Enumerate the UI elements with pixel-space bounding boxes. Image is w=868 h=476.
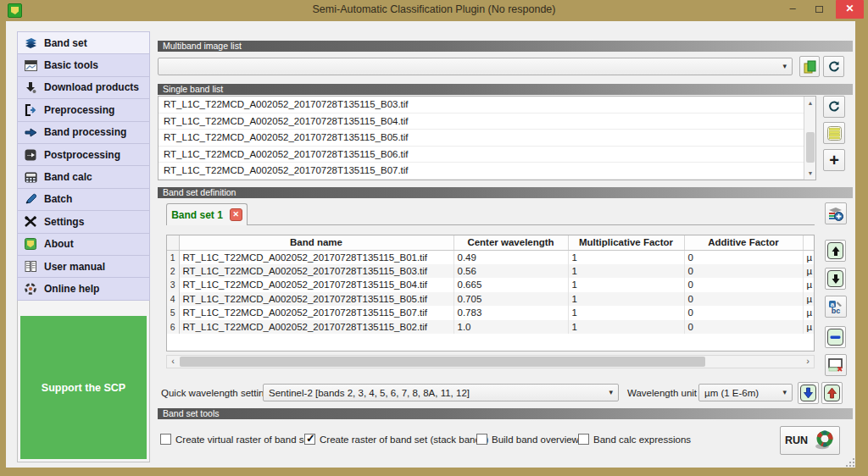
open-multiband-button[interactable] [799,56,820,77]
maximize-button[interactable] [809,0,831,19]
resize-grip[interactable] [844,458,854,467]
cell-wavelength[interactable]: 0.705 [453,292,568,307]
cell-wavelength[interactable]: 0.56 [453,264,568,279]
multiband-image-combo[interactable]: ▾ [158,58,793,75]
cell-mult[interactable]: 1 [568,292,684,307]
run-button[interactable]: RUN [780,426,840,455]
sidebar-item-band-set[interactable]: Band set [17,31,150,54]
select-all-bands-button[interactable] [823,122,845,144]
sidebar-item-preprocessing[interactable]: Preprocessing [17,98,150,121]
sidebar-item-postprocessing[interactable]: Postprocessing [17,143,150,166]
scroll-left-icon[interactable]: ‹ [167,356,179,368]
cell-wavelength[interactable]: 0.49 [453,250,568,264]
column-header-band-name[interactable]: Band name [179,235,453,250]
cell-add[interactable]: 0 [684,278,803,292]
cell-wavelength[interactable]: 0.665 [453,278,568,292]
vertical-scrollbar[interactable]: ▲ ▼ [804,97,815,180]
import-band-set-button[interactable] [798,382,819,404]
table-row[interactable]: 4 RT_L1C_T22MCD_A002052_20170728T135115_… [167,292,815,307]
column-header-additive-factor[interactable]: Additive Factor [684,235,803,250]
sidebar-item-basic-tools[interactable]: Basic tools [17,53,150,76]
titlebar[interactable]: Semi-Automatic Classification Plugin (No… [0,0,868,21]
sidebar-item-user-manual[interactable]: User manual [17,255,150,278]
cell-mult[interactable]: 1 [568,320,684,335]
column-header-center-wavelength[interactable]: Center wavelength [453,235,568,250]
table-row[interactable]: 2 RT_L1C_T22MCD_A002052_20170728T135115_… [167,264,815,279]
close-button[interactable]: ✕ [836,0,864,19]
sidebar-item-band-calc[interactable]: Band calc [17,165,150,188]
sidebar-item-online-help[interactable]: Online help [17,277,150,300]
checkbox-label[interactable]: Build band overviews [492,434,584,445]
table-row[interactable]: 1 RT_L1C_T22MCD_A002052_20170728T135115_… [167,250,815,264]
cell-wavelength[interactable]: 1.0 [453,320,568,335]
table-row[interactable]: 6 RT_L1C_T22MCD_A002052_20170728T135115_… [167,320,815,335]
sidebar-item-settings[interactable]: Settings [17,210,150,233]
support-scp-banner[interactable]: Support the SCP [20,316,147,459]
cell-mult[interactable]: 1 [568,264,684,279]
tab-close-icon[interactable]: ✕ [230,208,242,221]
cell-unit[interactable]: µ [803,292,815,307]
export-band-set-button[interactable] [821,382,843,404]
cell-mult[interactable]: 1 [568,278,684,292]
sidebar-item-batch[interactable]: Batch [17,188,150,211]
scroll-right-icon[interactable]: › [802,356,814,368]
cell-band-name[interactable]: RT_L1C_T22MCD_A002052_20170728T135115_B0… [179,250,453,264]
cell-mult[interactable]: 1 [568,306,684,320]
column-header-unit[interactable] [803,235,815,250]
table-row[interactable]: 5 RT_L1C_T22MCD_A002052_20170728T135115_… [167,306,815,320]
checkbox-band-calc-expressions[interactable] [578,434,589,445]
list-item[interactable]: RT_L1C_T22MCD_A002052_20170728T135115_B0… [159,130,815,147]
sidebar-item-download-products[interactable]: Download products [17,76,150,99]
list-item[interactable]: RT_L1C_T22MCD_A002052_20170728T135115_B0… [159,163,815,180]
checkbox-label[interactable]: Create virtual raster of band set [175,434,312,445]
refresh-multiband-button[interactable] [823,56,844,77]
table-row[interactable]: 3 RT_L1C_T22MCD_A002052_20170728T135115_… [167,278,815,292]
checkbox-label[interactable]: Create raster of band set (stack bands) [320,434,488,445]
scrollbar-thumb[interactable] [180,357,705,367]
remove-band-button[interactable] [825,326,846,348]
sidebar-item-about[interactable]: About [17,233,150,256]
checkbox-build-band-overviews[interactable] [476,434,487,445]
cell-add[interactable]: 0 [684,306,803,320]
cell-add[interactable]: 0 [684,264,803,279]
move-band-down-button[interactable] [825,268,846,290]
cell-add[interactable]: 0 [684,250,803,264]
band-set-table[interactable]: Band name Center wavelength Multiplicati… [166,235,815,351]
sort-band-names-button[interactable]: abc [825,296,847,318]
cell-unit[interactable]: µ [803,320,815,335]
move-band-up-button[interactable] [825,240,846,262]
add-band-set-button[interactable] [825,202,847,224]
checkbox-label[interactable]: Band calc expressions [593,434,691,445]
quick-wavelength-combo[interactable]: Sentinel-2 [bands 2, 3, 4, 5, 6, 7, 8, 8… [263,384,619,401]
list-item[interactable]: RT_L1C_T22MCD_A002052_20170728T135115_B0… [159,97,815,113]
cell-unit[interactable]: µ [803,306,815,320]
cell-unit[interactable]: µ [803,278,815,292]
cell-band-name[interactable]: RT_L1C_T22MCD_A002052_20170728T135115_B0… [179,278,453,292]
single-band-list[interactable]: RT_L1C_T22MCD_A002052_20170728T135115_B0… [158,96,816,180]
cell-unit[interactable]: µ [803,264,815,279]
cell-unit[interactable]: µ [803,250,815,264]
minimize-button[interactable]: – [782,0,804,19]
column-header-multiplicative-factor[interactable]: Multiplicative Factor [568,235,684,250]
scroll-down-icon[interactable]: ▼ [804,167,816,180]
scroll-up-icon[interactable]: ▲ [804,97,816,109]
horizontal-scrollbar[interactable]: ‹ › [166,355,815,368]
cell-mult[interactable]: 1 [568,250,684,264]
cell-add[interactable]: 0 [684,320,803,335]
cell-band-name[interactable]: RT_L1C_T22MCD_A002052_20170728T135115_B0… [179,320,453,335]
checkbox-create-raster-stack[interactable] [304,434,315,445]
add-band-button[interactable]: + [823,149,845,171]
tab-band-set-1[interactable]: Band set 1 ✕ [166,203,248,225]
cell-band-name[interactable]: RT_L1C_T22MCD_A002052_20170728T135115_B0… [179,306,453,320]
refresh-band-list-button[interactable] [823,96,845,118]
checkbox-create-virtual-raster[interactable] [160,434,171,445]
cell-add[interactable]: 0 [684,292,803,307]
scrollbar-thumb[interactable] [806,132,815,163]
list-item[interactable]: RT_L1C_T22MCD_A002052_20170728T135115_B0… [159,147,815,163]
wavelength-unit-combo[interactable]: µm (1 E-6m) ▾ [698,384,793,401]
cell-band-name[interactable]: RT_L1C_T22MCD_A002052_20170728T135115_B0… [179,264,453,279]
list-item[interactable]: RT_L1C_T22MCD_A002052_20170728T135115_B0… [159,113,815,130]
clear-band-set-button[interactable] [825,354,847,376]
cell-wavelength[interactable]: 0.783 [453,306,568,320]
sidebar-item-band-processing[interactable]: Band processing [17,121,150,144]
